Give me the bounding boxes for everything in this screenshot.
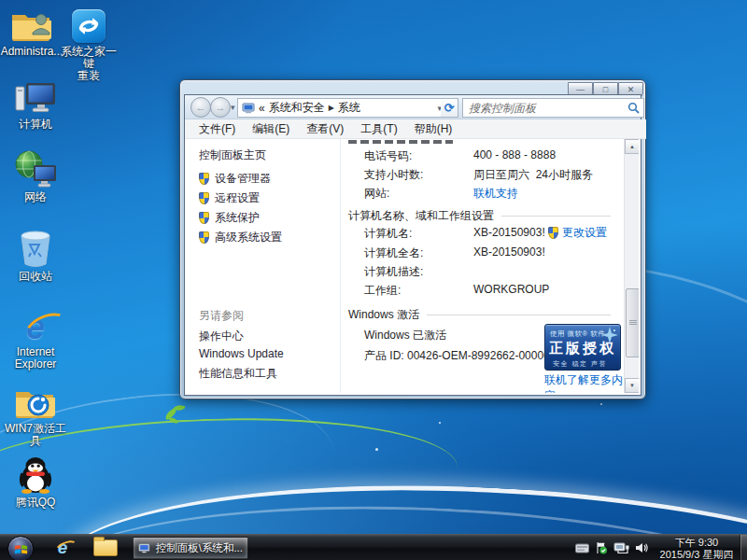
desktop-icon-oneclick-reinstall[interactable]: 系统之家一键 重装	[57, 6, 120, 82]
desktop-icon-label: 回收站	[19, 271, 52, 283]
sidebar-item-windows-update[interactable]: Windows Update	[199, 347, 284, 360]
system-tray	[575, 535, 648, 560]
scroll-up-button[interactable]: ▲	[625, 139, 639, 154]
online-support-link[interactable]: 联机支持	[473, 186, 518, 202]
taskbar-windows-explorer[interactable]	[92, 537, 120, 559]
menu-view[interactable]: 查看(V)	[298, 121, 352, 137]
sidebar-item-system-protection[interactable]: 系统保护	[199, 210, 260, 226]
desktop-icon-recycle-bin[interactable]: 回收站	[4, 231, 67, 283]
network-icon	[13, 151, 58, 189]
desktop-icon-label: 系统之家一键	[57, 46, 120, 70]
sidebar-item-performance-tools[interactable]: 性能信息和工具	[199, 366, 277, 382]
desktop-icon-administrator[interactable]: Administra...	[0, 6, 63, 58]
sidebar-item-action-center[interactable]: 操作中心	[199, 329, 244, 344]
desktop-icon-network[interactable]: 网络	[4, 151, 67, 203]
language-keyboard-icon[interactable]	[575, 543, 589, 553]
sidebar-item-control-panel-home[interactable]: 控制面板主页	[199, 147, 266, 163]
network-tray-icon[interactable]	[613, 542, 629, 554]
desktop-icon-label: 腾讯QQ	[16, 497, 56, 509]
change-settings-link[interactable]: 更改设置	[548, 225, 607, 241]
volume-speaker-icon[interactable]	[635, 542, 648, 553]
close-icon: ✕	[627, 86, 635, 94]
desktop-icon-label: 网络	[24, 191, 47, 203]
windows-logo-icon	[13, 541, 29, 557]
menu-file[interactable]: 文件(F)	[190, 121, 244, 137]
uac-shield-icon	[199, 192, 209, 204]
recent-pages-dropdown[interactable]: ▾	[231, 103, 235, 112]
sidebar-item-label: Windows Update	[199, 347, 284, 360]
menu-help[interactable]: 帮助(H)	[406, 121, 461, 137]
menu-edit[interactable]: 编辑(E)	[244, 121, 298, 137]
sidebar-item-device-manager[interactable]: 设备管理器	[199, 171, 271, 187]
forward-button[interactable]: →	[210, 97, 231, 118]
breadcrumb-security[interactable]: 系统和安全	[269, 100, 325, 116]
scrollbar-grip	[629, 320, 637, 325]
sidebar-item-remote-settings[interactable]: 远程设置	[199, 190, 260, 206]
back-button[interactable]: ←	[190, 97, 211, 118]
folder-icon	[93, 539, 118, 556]
support-hours-value: 周日至周六 24小时服务	[473, 167, 593, 183]
desktop-icon-label: 具	[30, 435, 41, 447]
computer-name-section-header: 计算机名称、域和工作组设置	[348, 208, 611, 224]
product-id: 产品 ID: 00426-OEM-8992662-00006	[364, 348, 550, 364]
desktop-icon-qq[interactable]: 腾讯QQ	[4, 456, 67, 509]
wallpaper-sparkle	[439, 422, 441, 424]
chevron-down-icon: ▾	[231, 103, 235, 112]
desktop-icon-label: 计算机	[19, 119, 52, 131]
win7-tool-folder-icon	[14, 383, 57, 420]
menu-tools[interactable]: 工具(T)	[352, 121, 405, 137]
search-input[interactable]	[467, 101, 627, 116]
crumb-separator-icon[interactable]: ▶	[329, 104, 334, 112]
uac-shield-icon	[199, 212, 209, 224]
sidebar: 控制面板主页 设备管理器 远程设置 系统保护	[185, 139, 341, 393]
sidebar-item-label: 远程设置	[215, 190, 260, 206]
recycle-bin-icon	[20, 231, 51, 268]
genuine-microsoft-badge[interactable]: 使用 微软® 软件 正版授权 安全 稳定 声誉	[544, 324, 621, 371]
desktop: Administra... 系统之家一键 重装	[0, 0, 747, 560]
clock-time: 下午 9:30	[654, 537, 740, 549]
search-box	[462, 98, 644, 118]
task-label: 控制面板\系统和...	[156, 541, 243, 555]
taskbar-clock[interactable]: 下午 9:30 2015/9/3 星期四	[654, 537, 740, 560]
show-desktop-button[interactable]	[740, 535, 747, 560]
internet-explorer-icon: e	[58, 538, 68, 558]
uac-shield-icon	[199, 231, 209, 244]
sidebar-item-label: 系统保护	[215, 210, 260, 226]
action-center-flag-icon[interactable]	[595, 541, 608, 554]
wallpaper-sparkle	[375, 448, 378, 451]
address-computer-icon	[242, 103, 255, 114]
vertical-scrollbar[interactable]: ▲ ▼	[624, 139, 639, 393]
sidebar-item-label: 设备管理器	[215, 171, 271, 187]
scrollbar-thumb[interactable]	[626, 288, 639, 357]
start-button[interactable]	[7, 536, 34, 560]
refresh-button[interactable]: ⟳	[441, 98, 458, 118]
section-title: 计算机名称、域和工作组设置	[348, 208, 494, 224]
maximize-icon: □	[603, 86, 608, 94]
scroll-down-button[interactable]: ▼	[625, 378, 639, 393]
sparkle-star-icon	[601, 327, 618, 343]
system-window: — □ ✕ ← → ▾ « 系统和安全 ▶ 系统	[179, 79, 646, 399]
section-title: Windows 激活	[348, 307, 419, 323]
sidebar-item-label: 操作中心	[199, 329, 244, 344]
workgroup-value: WORKGROUP	[473, 283, 549, 296]
internet-explorer-icon: e	[26, 306, 45, 343]
window-task-icon	[138, 542, 151, 554]
taskbar-internet-explorer[interactable]: e	[49, 537, 77, 559]
sidebar-item-label: 高级系统设置	[215, 230, 282, 245]
sidebar-item-label: 控制面板主页	[199, 147, 266, 163]
breadcrumb-system[interactable]: 系统	[338, 100, 360, 116]
desktop-icon-internet-explorer[interactable]: e Internet Explorer	[4, 306, 67, 371]
desktop-icon-win7-activation-tool[interactable]: WIN7激活工 具	[4, 383, 67, 447]
desktop-icon-computer[interactable]: 计算机	[4, 78, 67, 131]
back-icon: ←	[196, 102, 206, 113]
phone-label: 电话号码:	[364, 148, 412, 164]
learn-more-online-link[interactable]: 联机了解更多内容...	[544, 372, 624, 393]
taskbar-task-control-panel[interactable]: 控制面板\系统和...	[133, 537, 248, 559]
wallpaper-sparkle	[600, 403, 602, 405]
desktop-icon-label: 重装	[78, 70, 100, 82]
computer-name-label: 计算机名:	[364, 226, 412, 242]
address-bar[interactable]: « 系统和安全 ▶ 系统 ▾	[237, 98, 446, 118]
sidebar-item-advanced-system-settings[interactable]: 高级系统设置	[199, 230, 282, 245]
search-icon[interactable]	[627, 102, 640, 114]
oneclick-reinstall-icon	[72, 6, 106, 43]
